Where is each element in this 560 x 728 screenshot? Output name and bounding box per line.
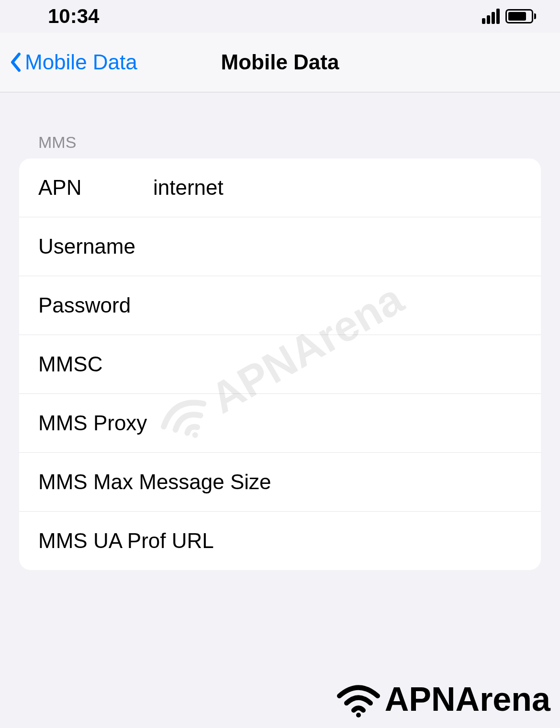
row-mms-proxy[interactable]: MMS Proxy [19,394,541,453]
row-username[interactable]: Username [19,217,541,276]
brand-text: APNArena [385,680,550,718]
back-label: Mobile Data [25,50,137,74]
mms-proxy-label: MMS Proxy [38,411,153,435]
svg-point-1 [356,713,361,717]
page-title: Mobile Data [221,50,339,74]
apn-label: APN [38,176,153,200]
username-label: Username [38,235,153,258]
row-mms-max-size[interactable]: MMS Max Message Size [19,453,541,512]
navigation-bar: Mobile Data Mobile Data [0,33,560,92]
mmsc-label: MMSC [38,352,153,376]
password-label: Password [38,293,153,317]
battery-icon [505,9,536,23]
status-time: 10:34 [48,5,99,28]
status-indicators [482,9,536,24]
row-mms-ua-prof[interactable]: MMS UA Prof URL [19,512,541,570]
wifi-icon [335,682,382,717]
status-bar: 10:34 [0,0,560,33]
section-header-mms: MMS [19,92,541,158]
row-mmsc[interactable]: MMSC [19,335,541,394]
brand-footer: APNArena [335,680,550,718]
cellular-signal-icon [482,9,500,24]
mms-ua-prof-label: MMS UA Prof URL [38,529,214,553]
back-button[interactable]: Mobile Data [10,50,137,74]
apn-value[interactable]: internet [153,176,522,200]
mms-max-size-label: MMS Max Message Size [38,470,271,494]
row-password[interactable]: Password [19,276,541,335]
row-apn[interactable]: APN internet [19,158,541,217]
settings-group: APN internet Username Password MMSC MMS … [19,158,541,570]
content-area: MMS APN internet Username Password MMSC … [0,92,560,570]
chevron-left-icon [10,52,21,72]
